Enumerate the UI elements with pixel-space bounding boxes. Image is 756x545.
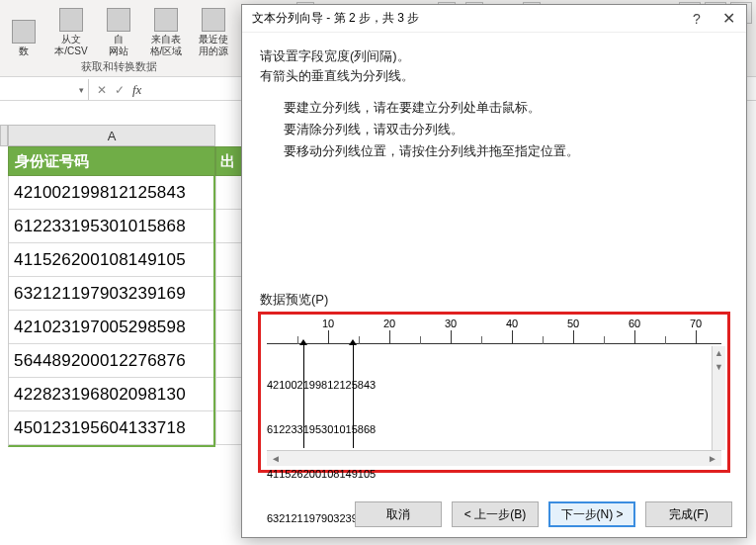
- preview-box: 10 20 30 40 50 60 70 421002199812125843 …: [258, 312, 730, 473]
- table-icon: [154, 8, 178, 32]
- ruler-num: 50: [567, 318, 579, 329]
- sub-instruction: 要移动分列线位置，请按住分列线并拖至指定位置。: [284, 141, 728, 161]
- fx-area: ✕ ✓ fx: [89, 82, 141, 98]
- finish-button[interactable]: 完成(F): [645, 501, 732, 527]
- dialog-titlebar[interactable]: 文本分列向导 - 第 2 步，共 3 步 ? ✕: [242, 5, 746, 33]
- back-button[interactable]: < 上一步(B): [452, 501, 539, 527]
- data-icon: [12, 20, 36, 44]
- ruler-num: 20: [383, 318, 395, 329]
- preview-inner[interactable]: 10 20 30 40 50 60 70 421002199812125843 …: [267, 318, 721, 466]
- scroll-right-icon[interactable]: ►: [708, 453, 717, 464]
- csv-icon: [59, 8, 83, 32]
- header-cell-id[interactable]: 身份证号码: [8, 146, 215, 176]
- ribbon-btn-4[interactable]: 最近使用的源: [190, 2, 237, 59]
- instr-line: 请设置字段宽度(列间隔)。: [260, 46, 728, 66]
- cancel-button[interactable]: 取消: [355, 501, 442, 527]
- column-header-a[interactable]: A: [8, 125, 215, 146]
- data-cell[interactable]: 564489200012276876: [9, 344, 213, 378]
- data-cell[interactable]: 421002199812125843: [9, 176, 213, 210]
- ribbon-btn-label: 最近使: [199, 34, 228, 45]
- ribbon-btn-3[interactable]: 来自表格/区域: [142, 2, 190, 59]
- close-icon[interactable]: ✕: [711, 9, 746, 28]
- ruler[interactable]: 10 20 30 40 50 60 70: [267, 318, 721, 344]
- preview-row: 411526200108149105: [267, 467, 721, 482]
- enter-formula-icon[interactable]: ✓: [115, 83, 125, 97]
- web-icon: [107, 8, 130, 32]
- next-button[interactable]: 下一步(N) >: [548, 501, 635, 527]
- scroll-up-icon[interactable]: ▲: [713, 346, 725, 360]
- ribbon-btn-label2: 用的源: [199, 45, 228, 57]
- chevron-down-icon[interactable]: ▾: [79, 85, 84, 95]
- data-cell[interactable]: 632121197903239169: [9, 277, 213, 311]
- ribbon-btn-label2: 本/CSV: [54, 45, 87, 57]
- help-icon[interactable]: ?: [683, 11, 711, 27]
- ruler-num: 60: [629, 318, 640, 329]
- arrow-up-icon: [299, 339, 307, 345]
- ribbon-btn-label2: 格/区域: [150, 45, 183, 57]
- arrow-up-icon: [349, 339, 357, 345]
- ruler-num: 30: [445, 318, 457, 329]
- name-box[interactable]: ▾: [0, 79, 89, 100]
- ribbon-btn-2[interactable]: 自网站: [95, 2, 142, 59]
- ribbon-btn-label: 来自表: [151, 34, 181, 45]
- ruler-num: 40: [506, 318, 518, 329]
- recent-icon: [202, 8, 225, 32]
- data-area: 421002199812125843 612233195301015868 41…: [8, 176, 215, 447]
- dialog-body: 请设置字段宽度(列间隔)。 有箭头的垂直线为分列线。 要建立分列线，请在要建立分…: [242, 33, 746, 310]
- data-cell[interactable]: 450123195604133718: [9, 411, 213, 445]
- ribbon-btn-0[interactable]: 数: [0, 2, 47, 59]
- text-to-columns-dialog: 文本分列向导 - 第 2 步，共 3 步 ? ✕ 请设置字段宽度(列间隔)。 有…: [241, 4, 747, 538]
- dialog-buttons: 取消 < 上一步(B) 下一步(N) > 完成(F): [355, 501, 732, 527]
- fx-icon[interactable]: fx: [132, 82, 141, 98]
- cancel-formula-icon[interactable]: ✕: [97, 83, 107, 97]
- scroll-down-icon[interactable]: ▼: [713, 360, 725, 374]
- preview-row: 421002199812125843: [267, 378, 721, 393]
- data-cell[interactable]: 422823196802098130: [9, 378, 213, 411]
- scroll-left-icon[interactable]: ◄: [271, 453, 281, 464]
- data-cell[interactable]: 612233195301015868: [9, 210, 213, 243]
- vertical-scrollbar[interactable]: ▲▼: [712, 346, 725, 450]
- horizontal-scrollbar[interactable]: ◄►: [267, 450, 721, 466]
- data-cell[interactable]: 411526200108149105: [9, 243, 213, 277]
- ribbon-btn-label2: 网站: [109, 45, 128, 57]
- sub-instruction: 要清除分列线，请双击分列线。: [284, 120, 728, 139]
- ruler-num: 10: [322, 318, 334, 329]
- ribbon-group-label: 获取和转换数据: [0, 59, 237, 74]
- ribbon-btn-label: 自: [114, 34, 124, 45]
- ruler-num: 70: [690, 318, 702, 329]
- ribbon-btn-label: 从文: [61, 34, 81, 45]
- sheet-corner[interactable]: [0, 125, 8, 146]
- data-cell[interactable]: 421023197005298598: [9, 311, 213, 344]
- ribbon-btn-1[interactable]: 从文本/CSV: [47, 2, 95, 59]
- instr-line: 有箭头的垂直线为分列线。: [260, 66, 728, 86]
- preview-row: 612233195301015868: [267, 422, 721, 437]
- dialog-title-text: 文本分列向导 - 第 2 步，共 3 步: [252, 10, 419, 27]
- instruction-text: 请设置字段宽度(列间隔)。 有箭头的垂直线为分列线。: [260, 46, 728, 86]
- ribbon-btn-label: 数: [19, 45, 29, 57]
- sub-instruction: 要建立分列线，请在要建立分列处单击鼠标。: [284, 98, 728, 118]
- preview-label: 数据预览(P): [260, 290, 728, 310]
